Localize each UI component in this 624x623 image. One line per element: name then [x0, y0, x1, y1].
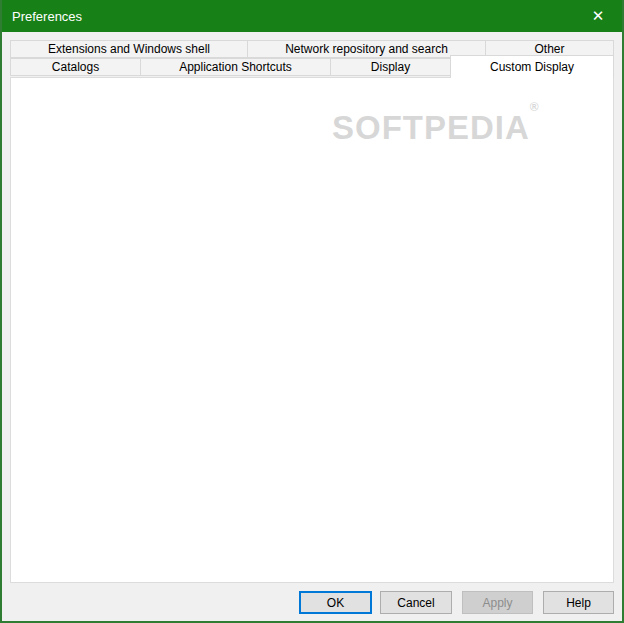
- tab-custom-display[interactable]: Custom Display: [450, 55, 614, 78]
- footer: OK Cancel Apply Help: [0, 583, 624, 621]
- ok-button[interactable]: OK: [299, 591, 372, 614]
- title-bar: Preferences ✕: [0, 0, 624, 32]
- tab-display[interactable]: Display: [330, 58, 451, 76]
- cancel-button[interactable]: Cancel: [380, 591, 452, 614]
- tab-catalogs[interactable]: Catalogs: [10, 58, 141, 76]
- custom-display-tab-page: [10, 77, 614, 583]
- apply-button: Apply: [462, 591, 533, 614]
- tab-extensions-and-windows-shell[interactable]: Extensions and Windows shell: [10, 40, 248, 58]
- close-button[interactable]: ✕: [576, 0, 620, 32]
- tab-application-shortcuts[interactable]: Application Shortcuts: [140, 58, 331, 76]
- preferences-dialog: Preferences ✕ Extensions and Windows she…: [0, 0, 624, 623]
- help-button[interactable]: Help: [543, 591, 614, 614]
- window-title: Preferences: [0, 9, 82, 24]
- close-icon: ✕: [592, 7, 605, 25]
